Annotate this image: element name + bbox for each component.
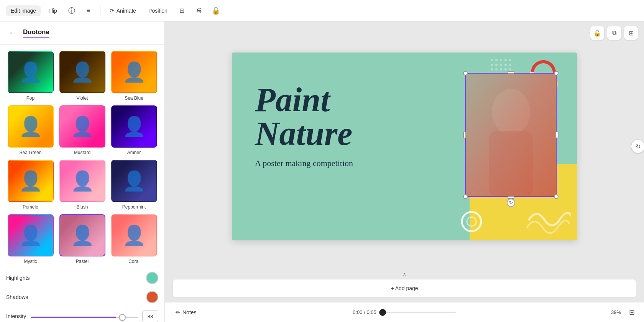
highlights-row: Highlights: [6, 272, 158, 284]
filter-label-seablue: Sea Blue: [125, 95, 143, 101]
bottom-center: 0:00 / 0:05: [353, 309, 456, 315]
white-circles: [460, 210, 483, 235]
svg-point-9: [509, 64, 511, 66]
intensity-slider[interactable]: [31, 317, 138, 318]
filter-item-blush[interactable]: 👤 Blush: [58, 160, 107, 210]
filter-thumb-seablue[interactable]: 👤: [111, 51, 157, 93]
filter-label-pop: Pop: [26, 95, 34, 101]
grid-button[interactable]: ⊞: [175, 4, 189, 18]
position-label: Position: [148, 8, 168, 14]
handle-middle-right[interactable]: [555, 131, 559, 138]
svg-point-1: [495, 59, 498, 61]
expand-canvas-button[interactable]: ⊞: [624, 26, 638, 40]
face-icon-violet: 👤: [60, 52, 105, 92]
shadows-color-picker[interactable]: [146, 291, 158, 303]
filter-thumb-mustard[interactable]: 👤: [59, 105, 105, 148]
add-page-bar[interactable]: + Add page: [172, 279, 636, 297]
poster-title-line1: Paint Nature: [255, 83, 353, 151]
filter-thumb-amber[interactable]: 👤: [111, 105, 157, 148]
filter-grid: 👤 Pop 👤 Violet 👤 Sea Blue: [6, 51, 158, 264]
refresh-button[interactable]: ↻: [631, 140, 644, 153]
back-button[interactable]: ←: [6, 27, 18, 39]
panel-title: Duotone: [23, 28, 49, 38]
toolbar-left: Edit image Flip ⓘ ≡ ⟳ Animate Position ⊞…: [6, 4, 223, 18]
top-toolbar: Edit image Flip ⓘ ≡ ⟳ Animate Position ⊞…: [0, 0, 644, 21]
stamp-button[interactable]: 🖨: [192, 4, 206, 18]
filter-thumb-coral[interactable]: 👤: [111, 214, 157, 256]
filter-item-peppermint[interactable]: 👤 Peppermint: [110, 160, 158, 210]
svg-point-5: [491, 64, 493, 66]
notes-label: Notes: [182, 309, 197, 315]
svg-point-13: [504, 68, 507, 71]
face-icon-seagreen: 👤: [8, 106, 53, 147]
face-icon-mystic: 👤: [8, 215, 53, 256]
face-icon-pastel: 👤: [60, 215, 105, 256]
menu-button[interactable]: ≡: [82, 4, 95, 18]
back-icon: ←: [9, 29, 16, 37]
design-card[interactable]: Paint Nature A poster making competition: [232, 53, 577, 240]
bottom-bar: ✏ Notes 0:00 / 0:05 39% ⊞: [165, 302, 644, 322]
filter-thumb-pop[interactable]: 👤: [8, 51, 54, 93]
svg-point-21: [467, 217, 476, 226]
filter-label-amber: Amber: [127, 150, 141, 155]
filter-thumb-violet[interactable]: 👤: [59, 51, 105, 93]
filter-label-violet: Violet: [77, 95, 88, 101]
squiggle-decoration: [525, 204, 571, 237]
rotate-handle[interactable]: ↻: [507, 199, 515, 207]
filter-item-pomelo[interactable]: 👤 Pomelo: [6, 160, 55, 210]
info-button[interactable]: ⓘ: [65, 4, 79, 18]
animate-button[interactable]: ⟳ Animate: [105, 5, 141, 16]
face-icon-pomelo: 👤: [8, 161, 53, 201]
panel-content: 👤 Pop 👤 Violet 👤 Sea Blue: [0, 45, 164, 322]
filter-item-mustard[interactable]: 👤 Mustard: [58, 105, 107, 155]
svg-point-6: [495, 64, 498, 66]
face-icon-amber: 👤: [112, 106, 156, 147]
svg-point-20: [462, 212, 481, 231]
filter-item-coral[interactable]: 👤 Coral: [110, 214, 158, 264]
photo-element[interactable]: ↻: [466, 74, 556, 196]
filter-label-mustard: Mustard: [74, 150, 90, 155]
position-button[interactable]: Position: [144, 5, 172, 16]
flip-label: Flip: [48, 8, 57, 14]
progress-bar[interactable]: [380, 312, 456, 313]
filter-thumb-pomelo[interactable]: 👤: [8, 160, 54, 202]
poster-subtitle: A poster making competition: [255, 158, 353, 168]
filter-item-pop[interactable]: 👤 Pop: [6, 51, 55, 101]
grid-view-button[interactable]: ⊞: [626, 306, 638, 319]
animate-label: Animate: [117, 8, 136, 14]
edit-image-label: Edit image: [11, 8, 36, 14]
poster-text: Paint Nature A poster making competition: [255, 83, 353, 168]
filter-item-seablue[interactable]: 👤 Sea Blue: [110, 51, 158, 101]
filter-thumb-seagreen[interactable]: 👤: [8, 105, 54, 148]
filter-item-violet[interactable]: 👤 Violet: [58, 51, 107, 101]
bottom-right: 39% ⊞: [611, 306, 638, 319]
flip-button[interactable]: Flip: [44, 5, 62, 16]
face-icon-blush: 👤: [60, 161, 105, 201]
filter-item-amber[interactable]: 👤 Amber: [110, 105, 158, 155]
filter-thumb-mystic[interactable]: 👤: [8, 214, 54, 256]
lock-canvas-button[interactable]: 🔓: [590, 26, 604, 40]
duplicate-canvas-button[interactable]: ⧉: [607, 26, 621, 40]
svg-point-4: [509, 59, 511, 61]
svg-point-7: [500, 64, 502, 66]
filter-label-mystic: Mystic: [24, 259, 37, 264]
filter-thumb-pastel[interactable]: 👤: [59, 214, 105, 256]
filter-thumb-peppermint[interactable]: 👤: [111, 160, 157, 202]
chevron-up[interactable]: ∧: [165, 271, 644, 278]
notes-button[interactable]: ✏ Notes: [171, 307, 201, 318]
lock-button[interactable]: 🔓: [209, 4, 223, 18]
canvas-wrapper[interactable]: 🔓 ⧉ ⊞ ↻: [165, 21, 644, 271]
filter-item-mystic[interactable]: 👤 Mystic: [6, 214, 55, 264]
filter-item-seagreen[interactable]: 👤 Sea Green: [6, 105, 55, 155]
photo-face-bg: [466, 74, 556, 196]
filter-thumb-blush[interactable]: 👤: [59, 160, 105, 202]
progress-dot[interactable]: [380, 309, 386, 316]
left-panel: ← Duotone 👤 Pop 👤 Violet: [0, 21, 165, 322]
svg-point-12: [500, 68, 502, 71]
svg-point-0: [491, 59, 493, 61]
highlights-color-picker[interactable]: [146, 272, 158, 284]
edit-image-button[interactable]: Edit image: [6, 5, 41, 16]
filter-label-seagreen: Sea Green: [19, 150, 41, 155]
filter-item-pastel[interactable]: 👤 Pastel: [58, 214, 107, 264]
filter-label-coral: Coral: [128, 259, 140, 264]
